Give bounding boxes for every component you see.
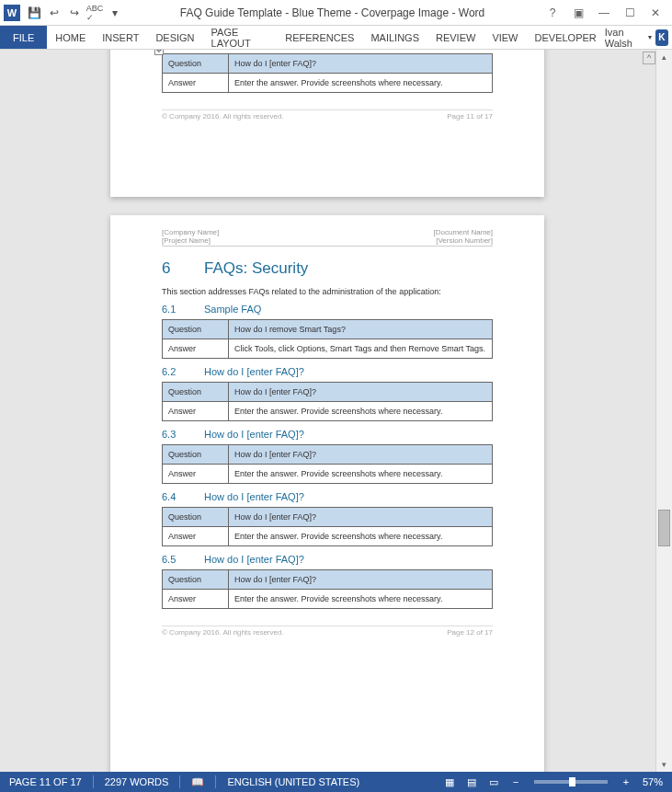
heading-2[interactable]: 6.1Sample FAQ bbox=[162, 304, 493, 315]
faq-table[interactable]: QuestionHow do I [enter FAQ]? AnswerEnte… bbox=[162, 507, 493, 546]
tab-references[interactable]: REFERENCES bbox=[277, 26, 362, 49]
page-footer: © Company 2016. All rights reserved. Pag… bbox=[162, 109, 493, 121]
table-cell[interactable]: Question bbox=[163, 54, 229, 74]
table-cell[interactable]: How do I [enter FAQ]? bbox=[229, 54, 493, 74]
faq-table[interactable]: QuestionHow do I [enter FAQ]? AnswerEnte… bbox=[162, 53, 493, 93]
window-title: FAQ Guide Template - Blue Theme - Coverp… bbox=[125, 6, 540, 19]
page-header: [Company Name] [Project Name] [Document … bbox=[162, 228, 493, 247]
undo-icon[interactable]: ↩ bbox=[44, 3, 64, 23]
zoom-slider-thumb[interactable] bbox=[569, 777, 575, 786]
scroll-up-icon[interactable]: ▴ bbox=[656, 50, 672, 64]
maximize-icon[interactable]: ☐ bbox=[617, 3, 643, 23]
heading-1[interactable]: 6 FAQs: Security bbox=[162, 259, 493, 278]
tab-file[interactable]: FILE bbox=[0, 26, 47, 49]
heading-2[interactable]: 6.3How do I [enter FAQ]? bbox=[162, 429, 493, 440]
word-icon: W bbox=[4, 5, 20, 21]
heading-number: 6 bbox=[162, 259, 178, 278]
help-icon[interactable]: ? bbox=[540, 3, 565, 23]
heading-2[interactable]: 6.4How do I [enter FAQ]? bbox=[162, 491, 493, 502]
zoom-in-icon[interactable]: + bbox=[617, 775, 635, 789]
spellcheck-icon[interactable]: ABC✓ bbox=[85, 3, 105, 23]
zoom-level[interactable]: 57% bbox=[639, 776, 666, 787]
qat-customize-icon[interactable]: ▾ bbox=[105, 3, 125, 23]
heading-text: FAQs: Security bbox=[204, 259, 308, 278]
redo-icon[interactable]: ↪ bbox=[64, 3, 85, 23]
table-cell[interactable]: Enter the answer. Provide screenshots wh… bbox=[229, 74, 493, 93]
tab-review[interactable]: REVIEW bbox=[427, 26, 484, 49]
read-mode-icon[interactable]: ▦ bbox=[440, 775, 459, 789]
header-project: [Project Name] bbox=[162, 236, 219, 245]
minimize-icon[interactable]: — bbox=[591, 3, 617, 23]
footer-page-number: Page 11 of 17 bbox=[447, 112, 493, 121]
footer-copyright: © Company 2016. All rights reserved. bbox=[162, 112, 284, 121]
save-icon[interactable]: 💾 bbox=[24, 3, 44, 23]
tab-insert[interactable]: INSERT bbox=[94, 26, 147, 49]
close-icon[interactable]: ✕ bbox=[643, 3, 668, 23]
zoom-out-icon[interactable]: − bbox=[507, 775, 525, 789]
collapse-ribbon-icon[interactable]: ^ bbox=[643, 52, 655, 64]
table-cell[interactable]: Answer bbox=[163, 74, 229, 93]
web-layout-icon[interactable]: ▭ bbox=[484, 775, 503, 789]
faq-table[interactable]: QuestionHow do I remove Smart Tags? Answ… bbox=[162, 319, 493, 359]
tab-page-layout[interactable]: PAGE LAYOUT bbox=[203, 26, 278, 49]
status-word-count[interactable]: 2297 WORDS bbox=[101, 776, 173, 787]
table-move-handle-icon[interactable]: ✥ bbox=[154, 50, 164, 55]
vertical-scrollbar[interactable]: ▴ ▾ bbox=[655, 50, 672, 772]
body-paragraph[interactable]: This section addresses FAQs related to t… bbox=[162, 287, 493, 296]
faq-table[interactable]: QuestionHow do I [enter FAQ]? AnswerEnte… bbox=[162, 569, 493, 609]
tab-mailings[interactable]: MAILINGS bbox=[362, 26, 427, 49]
heading-2[interactable]: 6.5How do I [enter FAQ]? bbox=[162, 554, 493, 565]
user-menu-icon[interactable]: ▾ bbox=[648, 33, 652, 41]
status-bar: PAGE 11 OF 17 2297 WORDS 📖 ENGLISH (UNIT… bbox=[0, 772, 672, 792]
faq-table[interactable]: QuestionHow do I [enter FAQ]? AnswerEnte… bbox=[162, 444, 493, 484]
page-footer: © Company 2016. All rights reserved. Pag… bbox=[162, 626, 493, 637]
document-page[interactable]: ✥ QuestionHow do I [enter FAQ]? AnswerEn… bbox=[110, 50, 544, 197]
tab-developer[interactable]: DEVELOPER bbox=[527, 26, 605, 49]
scroll-down-icon[interactable]: ▾ bbox=[656, 757, 672, 772]
status-language[interactable]: ENGLISH (UNITED STATES) bbox=[223, 776, 363, 787]
user-name[interactable]: Ivan Walsh bbox=[605, 27, 644, 49]
document-area: ^ ✥ QuestionHow do I [enter FAQ]? Answer… bbox=[0, 50, 672, 772]
scroll-thumb[interactable] bbox=[658, 510, 670, 546]
title-bar: W 💾 ↩ ↪ ABC✓ ▾ FAQ Guide Template - Blue… bbox=[0, 0, 672, 26]
user-avatar[interactable]: K bbox=[655, 29, 668, 46]
tab-design[interactable]: DESIGN bbox=[147, 26, 202, 49]
ribbon-tabs: FILE HOME INSERT DESIGN PAGE LAYOUT REFE… bbox=[0, 26, 672, 50]
footer-page-number: Page 12 of 17 bbox=[447, 628, 493, 637]
tab-home[interactable]: HOME bbox=[47, 26, 94, 49]
proofing-icon[interactable]: 📖 bbox=[188, 776, 208, 788]
header-document: [Document Name] bbox=[434, 228, 493, 236]
zoom-slider[interactable] bbox=[534, 780, 608, 784]
ribbon-display-icon[interactable]: ▣ bbox=[565, 3, 591, 23]
print-layout-icon[interactable]: ▤ bbox=[462, 775, 481, 789]
status-page[interactable]: PAGE 11 OF 17 bbox=[6, 776, 85, 787]
header-version: [Version Number] bbox=[434, 236, 493, 245]
faq-table[interactable]: QuestionHow do I [enter FAQ]? AnswerEnte… bbox=[162, 382, 493, 421]
tab-view[interactable]: VIEW bbox=[484, 26, 526, 49]
footer-copyright: © Company 2016. All rights reserved. bbox=[162, 628, 284, 637]
header-company: [Company Name] bbox=[162, 228, 219, 236]
heading-2[interactable]: 6.2How do I [enter FAQ]? bbox=[162, 366, 493, 377]
document-page[interactable]: [Company Name] [Project Name] [Document … bbox=[110, 215, 544, 772]
